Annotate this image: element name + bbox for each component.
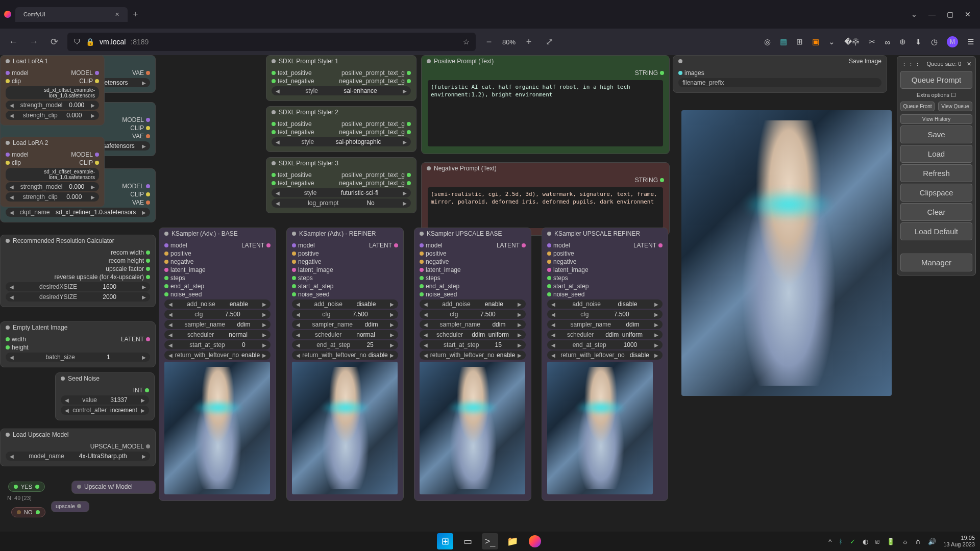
reload-button[interactable]: ⟳ xyxy=(47,35,61,49)
task-view-icon[interactable]: ▭ xyxy=(459,533,476,549)
widget-lora-name[interactable]: sd_xl_offset_example-lora_1.0.safetensor… xyxy=(6,86,99,99)
widget-ckpt[interactable]: ◀ckpt_namesd_xl_refiner_1.0.safetensors▶ xyxy=(6,208,150,217)
history-icon[interactable]: ◷ xyxy=(931,37,938,46)
minimize-icon[interactable]: — xyxy=(928,10,936,18)
tray-expand-icon[interactable]: ^ xyxy=(828,538,831,545)
ext-icon-5[interactable]: ✂ xyxy=(869,37,875,46)
ext-icon-1[interactable]: ◎ xyxy=(764,37,771,46)
account-icon[interactable]: M xyxy=(947,36,958,47)
gear-icon[interactable]: ✕ xyxy=(967,61,971,67)
back-button[interactable]: ← xyxy=(6,35,20,49)
new-tab-button[interactable]: + xyxy=(133,9,138,20)
zoom-in-button[interactable]: + xyxy=(522,35,536,49)
lock-icon[interactable]: 🔒 xyxy=(86,38,94,46)
widget-style[interactable]: ◀stylesai-photographic▶ xyxy=(272,137,411,146)
cast-icon[interactable]: ⎚ xyxy=(875,538,879,545)
view-history-button[interactable]: View History xyxy=(900,114,972,124)
prompt-textarea[interactable]: (semi-realistic, cgi, 2.5d, 3d), waterma… xyxy=(428,187,663,228)
node-sdxl-prompt-styler-2[interactable]: SDXL Prompt Styler 2 text_positivepositi… xyxy=(266,106,416,152)
shield-icon[interactable]: ⛉ xyxy=(74,38,81,46)
ext-icon-7[interactable]: ⊕ xyxy=(899,37,906,46)
output-image-preview[interactable] xyxy=(681,110,892,396)
load-default-button[interactable]: Load Default xyxy=(900,222,972,240)
node-reroute-upscale[interactable]: upscale xyxy=(51,501,89,512)
widget-value[interactable]: ◀value31337▶ xyxy=(61,395,149,405)
node-ksampler-base[interactable]: KSampler (Adv.) - BASE modelLATENT posit… xyxy=(159,228,276,501)
volume-icon[interactable]: 🔊 xyxy=(928,538,936,545)
node-load-upscale-model[interactable]: Load Upscale Model UPSCALE_MODEL ◀model_… xyxy=(0,429,156,466)
node-sdxl-prompt-styler-3[interactable]: SDXL Prompt Styler 3 text_positivepositi… xyxy=(266,157,416,213)
system-clock[interactable]: 19:05 13 Aug 2023 xyxy=(943,535,975,548)
browser-tab[interactable]: ComfyUI ✕ xyxy=(15,7,128,22)
queue-front-button[interactable]: Queue Front xyxy=(900,102,935,111)
widget-strength-model[interactable]: ◀strength_model0.000▶ xyxy=(6,182,99,191)
ext-icon-6[interactable]: ∞ xyxy=(885,38,890,46)
start-button[interactable]: ⊞ xyxy=(437,533,453,549)
maximize-icon[interactable]: ▢ xyxy=(947,10,953,18)
node-save-image[interactable]: Save Image images filename_prefix xyxy=(673,55,887,93)
extensions-icon[interactable]: �추 xyxy=(844,37,860,47)
node-negative-prompt[interactable]: Negative Prompt (Text) STRING (semi-real… xyxy=(421,162,670,236)
close-window-icon[interactable]: ✕ xyxy=(965,10,971,18)
widget-log-prompt[interactable]: ◀log_promptNo▶ xyxy=(272,198,411,208)
ext-icon-3[interactable]: ⊞ xyxy=(796,37,803,46)
widget-y[interactable]: ◀desiredYSIZE2000▶ xyxy=(6,292,150,302)
pill-yes[interactable]: YES xyxy=(8,482,45,492)
ext-icon-2[interactable]: ▦ xyxy=(780,37,787,46)
menu-icon[interactable]: ☰ xyxy=(967,37,974,46)
url-bar[interactable]: ⛉ 🔒 vm.local:8189 ☆ xyxy=(67,33,476,51)
node-ksampler-refiner[interactable]: KSampler (Adv.) - REFINER modelLATENT po… xyxy=(286,228,404,501)
node-seed-noise[interactable]: Seed Noise INT ◀value31337▶ ◀control_aft… xyxy=(55,372,155,420)
pocket-icon[interactable]: ⌄ xyxy=(828,37,835,46)
widget-lora-name[interactable]: sd_xl_offset_example-lora_1.0.safetensor… xyxy=(6,168,99,181)
chevron-down-icon[interactable]: ⌄ xyxy=(911,10,917,18)
node-load-lora-1[interactable]: Load LoRA 1 modelMODEL clipCLIP sd_xl_of… xyxy=(0,55,105,126)
view-queue-button[interactable]: View Queue xyxy=(938,102,972,111)
extra-options-checkbox[interactable]: Extra options ☐ xyxy=(899,90,973,100)
node-ksampler-upscale-refiner[interactable]: KSampler UPSCALE REFINER modelLATENT pos… xyxy=(542,228,668,501)
widget-strength-model[interactable]: ◀strength_model0.000▶ xyxy=(6,101,99,110)
node-load-lora-2[interactable]: Load LoRA 2 modelMODEL clipCLIP sd_xl_of… xyxy=(0,137,105,207)
prompt-textarea[interactable]: (futuristic AI cat, half organic half ro… xyxy=(428,80,663,146)
manager-button[interactable]: Manager xyxy=(900,254,972,271)
queue-prompt-button[interactable]: Queue Prompt xyxy=(900,71,972,89)
widget-strength-clip[interactable]: ◀strength_clip0.000▶ xyxy=(6,111,99,120)
forward-button[interactable]: → xyxy=(27,35,41,49)
bookmark-star-icon[interactable]: ☆ xyxy=(463,38,470,46)
firefox-taskbar-icon[interactable] xyxy=(527,533,543,549)
bluetooth-icon[interactable]: ᚼ xyxy=(839,538,843,545)
node-positive-prompt[interactable]: Positive Prompt (Text) STRING (futuristi… xyxy=(421,55,670,154)
widget-style[interactable]: ◀stylesai-enhance▶ xyxy=(272,86,411,95)
terminal-icon[interactable]: >_ xyxy=(482,533,498,549)
pill-no[interactable]: NO xyxy=(11,507,45,517)
load-button[interactable]: Load xyxy=(900,145,972,163)
battery-icon[interactable]: 🔋 xyxy=(887,538,895,545)
clear-button[interactable]: Clear xyxy=(900,203,972,221)
ext-icon-4[interactable]: ▣ xyxy=(812,37,819,46)
zoom-out-button[interactable]: − xyxy=(482,35,496,49)
node-upscale-with-model[interactable]: Upscale w/ Model xyxy=(71,481,156,494)
close-tab-icon[interactable]: ✕ xyxy=(115,11,119,18)
wifi-icon[interactable]: ⋔ xyxy=(915,538,921,545)
widget-control-after[interactable]: ◀control_afterincrement▶ xyxy=(61,406,149,415)
brightness-icon[interactable]: ☼ xyxy=(902,538,908,545)
comfyui-menu[interactable]: ⋮⋮⋮ Queue size: 0 ✕ Queue Prompt Extra o… xyxy=(897,56,976,276)
widget-filename-prefix[interactable]: filename_prefix xyxy=(678,78,881,87)
widget-style[interactable]: ◀stylefuturistic-sci-fi▶ xyxy=(272,188,411,197)
node-recommended-resolution[interactable]: Recommended Resolution Calculator recom … xyxy=(0,235,156,307)
clipspace-button[interactable]: Clipspace xyxy=(900,184,972,202)
fullscreen-icon[interactable]: ⤢ xyxy=(542,35,556,49)
node-ksampler-upscale-base[interactable]: KSampler UPSCALE BASE modelLATENT positi… xyxy=(414,228,531,501)
file-explorer-icon[interactable]: 📁 xyxy=(504,533,521,549)
widget-model-name[interactable]: ◀model_name4x-UltraSharp.pth▶ xyxy=(6,452,150,461)
widget-batch-size[interactable]: ◀batch_size1▶ xyxy=(6,353,150,362)
refresh-button[interactable]: Refresh xyxy=(900,164,972,182)
security-icon[interactable]: ✓ xyxy=(850,538,855,545)
drag-handle-icon[interactable]: ⋮⋮⋮ xyxy=(901,61,921,67)
node-empty-latent-image[interactable]: Empty Latent Image widthLATENT height ◀b… xyxy=(0,321,156,367)
widget-x[interactable]: ◀desiredXSIZE1600▶ xyxy=(6,282,150,291)
node-sdxl-prompt-styler-1[interactable]: SDXL Prompt Styler 1 text_positivepositi… xyxy=(266,55,416,101)
downloads-icon[interactable]: ⬇ xyxy=(915,37,922,46)
weather-icon[interactable]: ◐ xyxy=(863,538,868,545)
widget-strength-clip[interactable]: ◀strength_clip0.000▶ xyxy=(6,192,99,202)
